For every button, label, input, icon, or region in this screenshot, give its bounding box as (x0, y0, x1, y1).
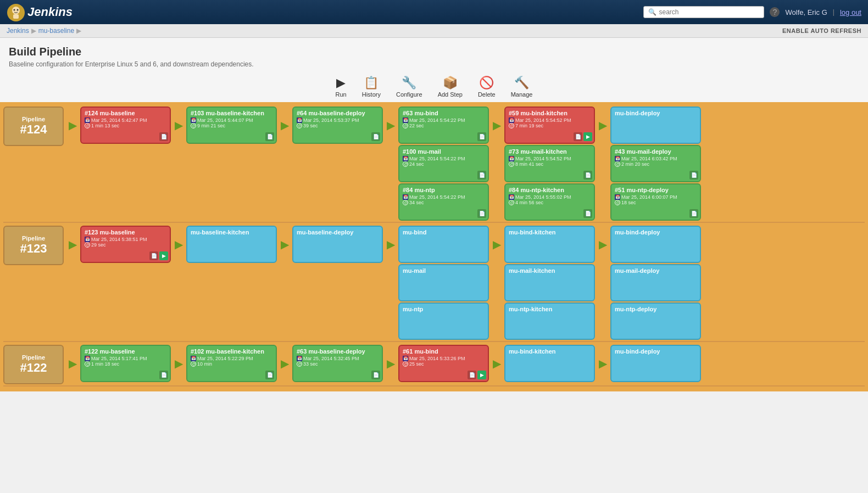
header-separator: | (833, 8, 834, 16)
log-btn[interactable]: 📄 (583, 171, 592, 180)
job-card-124-3-0[interactable]: #63 mu-bind 📅 Mar 25, 2014 5:54:22 PM ⏱ … (398, 107, 489, 144)
search-input[interactable] (659, 8, 758, 16)
toolbar: ▶ Run 📋 History 🔧 Configure 📦 Add Step 🚫… (0, 71, 868, 102)
toolbar-label-2: Configure (396, 91, 422, 98)
job-card-122-1-0[interactable]: #102 mu-baseline-kitchen 📅 Mar 25, 2014 … (186, 345, 277, 382)
arrow-123-1: ▶ (172, 226, 185, 251)
toolbar-add-step[interactable]: 📦 Add Step (438, 76, 463, 98)
toolbar-icon-2: 🔧 (402, 76, 416, 90)
breadcrumb-jenkins[interactable]: Jenkins (7, 27, 29, 35)
pipeline-label-122: Pipeline#122 (3, 345, 64, 384)
log-btn[interactable]: 📄 (371, 132, 380, 141)
cancel-btn[interactable]: ▶ (583, 132, 592, 141)
col-stack-122-3: #61 mu-bind 📅 Mar 25, 2014 5:33:26 PM ⏱ … (398, 345, 489, 382)
job-card-123-3-0[interactable]: mu-bind (398, 226, 489, 263)
toolbar-configure[interactable]: 🔧 Configure (396, 76, 422, 98)
header-left: Jenkins (7, 3, 73, 21)
pipeline-build-num: #124 (20, 122, 47, 137)
svg-point-3 (14, 9, 15, 11)
log-btn[interactable]: 📄 (574, 132, 582, 141)
cancel-btn[interactable]: ▶ (477, 371, 486, 379)
log-btn[interactable]: 📄 (159, 132, 168, 141)
job-card-124-4-2[interactable]: #84 mu-ntp-kitchen 📅 Mar 25, 2014 5:55:0… (504, 183, 595, 221)
log-btn[interactable]: 📄 (689, 171, 698, 180)
job-date: 📅 Mar 25, 2014 5:54:22 PM (403, 156, 485, 161)
log-btn[interactable]: 📄 (159, 371, 168, 379)
job-card-124-5-0[interactable]: mu-bind-deploy (610, 107, 701, 144)
log-btn[interactable]: 📄 (265, 132, 274, 141)
auto-refresh-btn[interactable]: ENABLE AUTO REFRESH (782, 27, 861, 34)
job-title: mu-ntp-deploy (615, 306, 697, 312)
jenkins-title: Jenkins (27, 5, 73, 19)
job-card-122-5-0[interactable]: mu-bind-deploy (610, 345, 701, 382)
job-card-122-4-0[interactable]: mu-bind-kitchen (504, 345, 595, 382)
arrow-122-5: ▶ (596, 345, 609, 370)
log-btn[interactable]: 📄 (149, 251, 158, 260)
breadcrumb-current[interactable]: mu-baseline (38, 27, 74, 35)
toolbar-label-5: Manage (511, 91, 533, 98)
help-icon[interactable]: ? (770, 7, 780, 17)
col-stack-122-5: mu-bind-deploy (610, 345, 701, 382)
job-title: #122 mu-baseline (85, 348, 166, 355)
job-card-123-5-2[interactable]: mu-ntp-deploy (610, 302, 701, 340)
job-date: 📅 Mar 25, 2014 5:44:07 PM (191, 117, 272, 123)
toolbar-icon-5: 🔨 (514, 76, 529, 90)
job-card-124-4-0[interactable]: #59 mu-bind-kitchen 📅 Mar 25, 2014 5:54:… (504, 107, 595, 144)
toolbar-history[interactable]: 📋 History (362, 76, 381, 98)
job-card-124-3-1[interactable]: #100 mu-mail 📅 Mar 25, 2014 5:54:22 PM ⏱… (398, 145, 489, 182)
job-card-124-5-1[interactable]: #43 mu-mail-deploy 📅 Mar 25, 2014 6:03:4… (610, 145, 701, 182)
pipeline-build-num: #123 (20, 242, 47, 256)
job-card-122-3-0[interactable]: #61 mu-bind 📅 Mar 25, 2014 5:33:26 PM ⏱ … (398, 345, 489, 382)
job-date: 📅 Mar 25, 2014 5:55:02 PM (509, 194, 591, 200)
job-card-123-4-1[interactable]: mu-mail-kitchen (504, 264, 595, 301)
job-card-123-4-0[interactable]: mu-bind-kitchen (504, 226, 595, 263)
log-btn[interactable]: 📄 (689, 209, 698, 218)
log-btn[interactable]: 📄 (371, 371, 380, 379)
job-title: #84 mu-ntp (403, 187, 485, 193)
log-btn[interactable]: 📄 (468, 371, 476, 379)
card-actions: 📄 (265, 132, 274, 141)
job-card-124-3-2[interactable]: #84 mu-ntp 📅 Mar 25, 2014 5:54:22 PM ⏱ 3… (398, 183, 489, 221)
job-card-123-2-0[interactable]: mu-baseline-deploy (292, 226, 383, 263)
job-card-123-3-1[interactable]: mu-mail (398, 264, 489, 301)
pipeline-label-123: Pipeline#123 (3, 226, 64, 265)
search-box: 🔍 (643, 6, 764, 18)
job-card-122-0-0[interactable]: #122 mu-baseline 📅 Mar 25, 2014 5:17:41 … (80, 345, 171, 382)
job-card-124-5-2[interactable]: #51 mu-ntp-deploy 📅 Mar 25, 2014 6:00:07… (610, 183, 701, 221)
log-btn[interactable]: 📄 (477, 132, 486, 141)
job-duration: ⏱ 10 min (191, 361, 272, 367)
job-card-124-2-0[interactable]: #64 mu-baseline-deploy 📅 Mar 25, 2014 5:… (292, 107, 383, 144)
job-card-123-5-0[interactable]: mu-bind-deploy (610, 226, 701, 263)
job-card-123-0-0[interactable]: #123 mu-baseline 📅 Mar 25, 2014 5:38:51 … (80, 226, 171, 263)
toolbar-run[interactable]: ▶ Run (336, 76, 347, 98)
card-actions: 📄 (583, 209, 592, 218)
job-card-124-0-0[interactable]: #124 mu-baseline 📅 Mar 25, 2014 5:42:47 … (80, 107, 171, 144)
toolbar-manage[interactable]: 🔨 Manage (511, 76, 533, 98)
card-actions: 📄▶ (468, 371, 486, 379)
log-btn[interactable]: 📄 (477, 171, 486, 180)
job-date: 📅 Mar 25, 2014 5:22:29 PM (191, 356, 272, 361)
job-duration: ⏱ 25 sec (403, 361, 485, 367)
logout-link[interactable]: log out (840, 8, 861, 16)
job-card-123-5-1[interactable]: mu-mail-deploy (610, 264, 701, 301)
job-date: 📅 Mar 25, 2014 5:38:51 PM (85, 237, 166, 242)
col-stack-123-3: mu-bindmu-mailmu-ntp (398, 226, 489, 340)
arrow-123-4: ▶ (490, 226, 503, 251)
job-card-123-3-2[interactable]: mu-ntp (398, 302, 489, 340)
log-btn[interactable]: 📄 (265, 371, 274, 379)
toolbar-delete[interactable]: 🚫 Delete (478, 76, 496, 98)
job-card-124-1-0[interactable]: #103 mu-baseline-kitchen 📅 Mar 25, 2014 … (186, 107, 277, 144)
job-duration: ⏱ 9 min 21 sec (191, 123, 272, 128)
arrow-124-5: ▶ (596, 107, 609, 132)
job-title: mu-mail-kitchen (509, 267, 591, 274)
job-card-123-1-0[interactable]: mu-baseline-kitchen (186, 226, 277, 263)
job-card-123-4-2[interactable]: mu-ntp-kitchen (504, 302, 595, 340)
cancel-btn[interactable]: ▶ (159, 251, 168, 260)
job-card-122-2-0[interactable]: #63 mu-baseline-deploy 📅 Mar 25, 2014 5:… (292, 345, 383, 382)
col-stack-123-4: mu-bind-kitchenmu-mail-kitchenmu-ntp-kit… (504, 226, 595, 340)
job-date: 📅 Mar 25, 2014 5:33:26 PM (403, 356, 485, 361)
log-btn[interactable]: 📄 (583, 209, 592, 218)
log-btn[interactable]: 📄 (477, 209, 486, 218)
job-card-124-4-1[interactable]: #73 mu-mail-kitchen 📅 Mar 25, 2014 5:54:… (504, 145, 595, 182)
job-date: 📅 Mar 25, 2014 5:54:52 PM (509, 117, 591, 123)
